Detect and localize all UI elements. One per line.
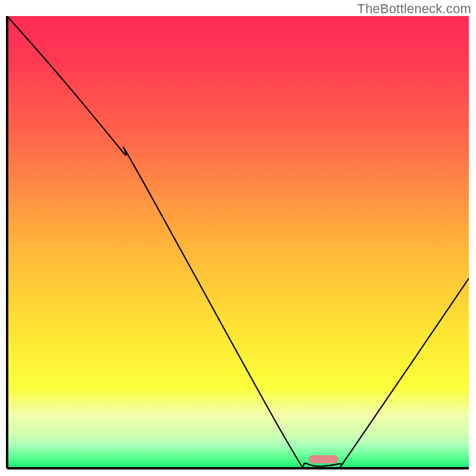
plot-background (7, 16, 469, 468)
chart-canvas: TheBottleneck.com (0, 0, 476, 476)
watermark-text: TheBottleneck.com (357, 1, 471, 17)
optimal-marker (308, 455, 338, 464)
chart-svg (0, 0, 476, 476)
